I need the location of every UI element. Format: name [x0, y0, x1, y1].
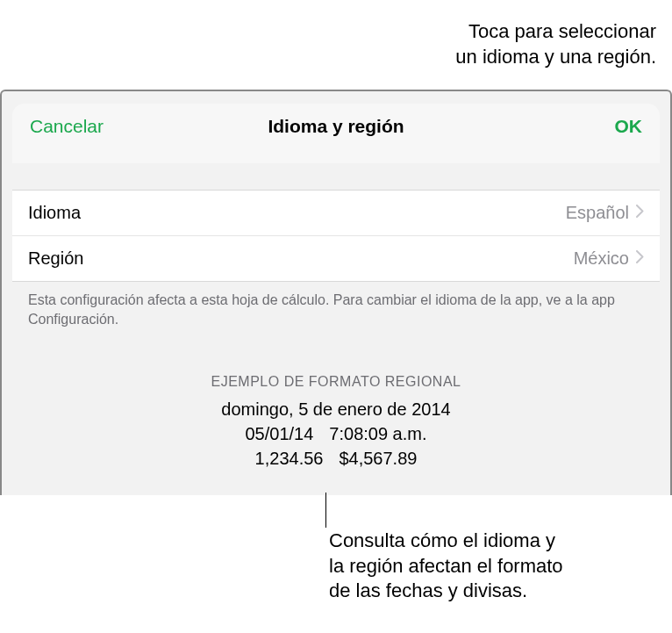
annotation-top-line1: Toca para seleccionar: [455, 19, 656, 45]
chevron-right-icon: [636, 249, 644, 268]
example-number-currency-row: 1,234.56 $4,567.89: [12, 446, 660, 471]
example-date-short: 05/01/14: [245, 421, 313, 446]
settings-footer-note: Esta configuración afecta a esta hoja de…: [12, 282, 660, 337]
example-date-time-row: 05/01/14 7:08:09 a.m.: [12, 421, 660, 446]
regional-format-example: EJEMPLO DE FORMATO REGIONAL domingo, 5 d…: [12, 374, 660, 471]
annotation-bottom-line3: de las fechas y divisas.: [329, 579, 563, 604]
language-row[interactable]: Idioma Español: [12, 191, 660, 236]
language-region-modal: Cancelar Idioma y región OK Idioma Españ…: [12, 104, 660, 495]
example-header: EJEMPLO DE FORMATO REGIONAL: [12, 374, 660, 390]
example-date-long: domingo, 5 de enero de 2014: [12, 397, 660, 421]
modal-title: Idioma y región: [268, 116, 404, 137]
region-value: México: [574, 248, 629, 269]
modal-header: Cancelar Idioma y región OK: [12, 104, 660, 163]
device-frame: Cancelar Idioma y región OK Idioma Españ…: [0, 90, 672, 495]
annotation-bottom-line2: la región afectan el formato: [329, 554, 563, 579]
cancel-button[interactable]: Cancelar: [30, 116, 104, 137]
example-currency: $4,567.89: [339, 446, 417, 471]
example-time: 7:08:09 a.m.: [329, 421, 426, 446]
region-row[interactable]: Región México: [12, 236, 660, 281]
ok-button[interactable]: OK: [615, 116, 643, 137]
language-label: Idioma: [28, 203, 81, 223]
annotation-leader-line: [325, 493, 326, 528]
chevron-right-icon: [636, 204, 644, 222]
annotation-bottom: Consulta cómo el idioma y la región afec…: [329, 529, 563, 604]
example-number: 1,234.56: [255, 446, 324, 471]
annotation-bottom-line1: Consulta cómo el idioma y: [329, 529, 563, 554]
settings-list: Idioma Español Región México: [12, 190, 660, 282]
language-value: Español: [566, 203, 629, 223]
annotation-top-line2: un idioma y una región.: [455, 45, 656, 70]
region-label: Región: [28, 248, 83, 269]
annotation-top: Toca para seleccionar un idioma y una re…: [455, 19, 656, 69]
